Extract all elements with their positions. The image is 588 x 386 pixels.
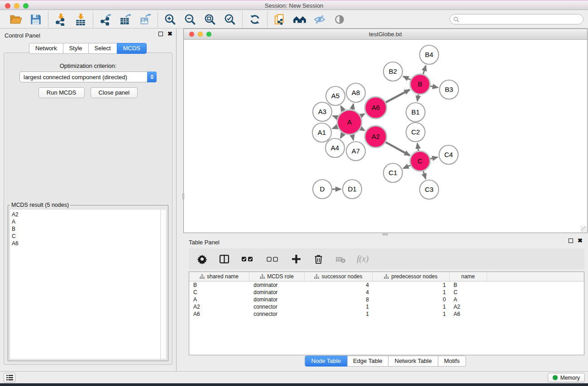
cell-name[interactable]: B (449, 281, 487, 289)
edge-A-A7[interactable] (352, 134, 354, 140)
edge-C-C1[interactable] (403, 165, 411, 168)
edge-A-A5[interactable] (341, 106, 344, 111)
network-canvas[interactable]: B4B2BB3A8A5A6A3B1AC2A1A2A4A7C4CC1DD1C3 (184, 40, 587, 233)
run-mcds-button[interactable]: Run MCDS (38, 87, 85, 98)
edge-B-B3[interactable] (430, 86, 438, 87)
zoom-fit-button[interactable] (203, 12, 217, 27)
close-panel-icon[interactable]: ✖ (167, 32, 172, 36)
cell-successor-nodes[interactable]: 4 (305, 289, 373, 296)
home-pages-button[interactable] (292, 12, 307, 27)
node-A8[interactable]: A8 (346, 83, 365, 102)
list-item[interactable]: A2 (12, 211, 166, 218)
node-C2[interactable]: C2 (406, 123, 425, 142)
hide-graphics-details-button[interactable] (312, 12, 327, 27)
deselect-all-button[interactable] (265, 253, 280, 265)
cell-shared-name[interactable]: A2 (189, 303, 249, 310)
column-settings-button[interactable] (196, 253, 208, 265)
cell-shared-name[interactable]: A (189, 296, 249, 303)
vertical-split-handle[interactable] (182, 194, 184, 199)
cell-name[interactable]: A (449, 296, 487, 303)
window-resize-grip[interactable] (581, 226, 587, 232)
cell-name[interactable]: A2 (449, 303, 487, 310)
column-header-name[interactable]: name (449, 272, 487, 281)
column-header-shared-name[interactable]: shared name (189, 272, 249, 281)
save-session-button[interactable] (29, 12, 43, 27)
export-network-button[interactable] (98, 12, 113, 27)
cell-shared-name[interactable]: C (189, 289, 249, 296)
table-row[interactable]: B dominator 4 1 B (189, 281, 584, 289)
cell-successor-nodes[interactable]: 4 (305, 281, 373, 289)
cell-successor-nodes[interactable]: 1 (305, 310, 373, 318)
cell-shared-name[interactable]: B (189, 281, 249, 289)
add-row-button[interactable] (290, 253, 302, 265)
column-header-predecessor-nodes[interactable]: predecessor nodes (373, 272, 449, 281)
node-A3[interactable]: A3 (313, 102, 332, 121)
float-panel-icon[interactable] (569, 238, 573, 243)
edge-A-A2[interactable] (361, 129, 365, 131)
zoom-in-button[interactable] (163, 12, 177, 27)
cell-predecessor-nodes[interactable]: 1 (373, 281, 449, 289)
clone-network-button[interactable] (272, 12, 287, 27)
edge-A-A4[interactable] (340, 133, 343, 138)
tab-mcds[interactable]: MCDS (117, 43, 147, 54)
cell-successor-nodes[interactable]: 8 (305, 296, 373, 303)
tab-node-table[interactable]: Node Table (305, 356, 347, 367)
node-A7[interactable]: A7 (346, 142, 365, 161)
edge-A-A6[interactable] (361, 114, 365, 116)
table-row[interactable]: C dominator 4 1 C (189, 289, 584, 296)
node-C1[interactable]: C1 (383, 163, 402, 182)
edge-A6-B[interactable] (386, 90, 410, 102)
node-A1[interactable]: A1 (312, 123, 331, 142)
node-A5[interactable]: A5 (326, 86, 345, 105)
close-panel-icon[interactable]: ✖ (578, 238, 583, 243)
node-A2[interactable]: A2 (365, 126, 387, 148)
edge-A-A8[interactable] (352, 104, 354, 110)
node-B1[interactable]: B1 (406, 103, 425, 122)
function-builder-button[interactable]: f(x) (357, 254, 368, 264)
list-item[interactable]: A6 (12, 240, 166, 247)
list-item[interactable]: C (12, 233, 166, 240)
node-C[interactable]: C (410, 151, 430, 171)
edge-C-C3[interactable] (423, 171, 425, 179)
table-row[interactable]: A2 connector 1 1 A2 (189, 303, 584, 310)
list-item[interactable]: A (12, 218, 166, 225)
cell-predecessor-nodes[interactable]: 1 (373, 289, 449, 296)
cell-mcds-role[interactable]: connector (249, 303, 305, 310)
split-column-button[interactable] (218, 253, 230, 265)
column-header-successor-nodes[interactable]: successor nodes (305, 272, 373, 281)
node-A4[interactable]: A4 (325, 138, 344, 157)
column-header-mcds-role[interactable]: MCDS role (249, 272, 305, 281)
edge-B-B1[interactable] (417, 95, 418, 101)
delete-table-button[interactable] (335, 253, 346, 265)
cell-predecessor-nodes[interactable]: 0 (373, 296, 449, 303)
cell-successor-nodes[interactable]: 1 (305, 303, 373, 310)
zoom-out-button[interactable] (183, 12, 197, 27)
node-D1[interactable]: D1 (343, 180, 362, 199)
tab-style[interactable]: Style (63, 43, 89, 54)
close-panel-button[interactable]: Close panel (91, 87, 138, 98)
node-D[interactable]: D (313, 180, 332, 199)
edge-A-A1[interactable] (332, 127, 337, 129)
cell-mcds-role[interactable]: dominator (249, 289, 305, 296)
float-panel-icon[interactable] (158, 32, 163, 36)
delete-row-button[interactable] (312, 253, 324, 265)
edge-C-C2[interactable] (417, 143, 419, 151)
search-input[interactable] (461, 15, 583, 24)
node-B4[interactable]: B4 (420, 45, 439, 64)
node-B[interactable]: B (410, 74, 430, 94)
edge-C-C4[interactable] (430, 157, 438, 159)
cell-name[interactable]: A6 (449, 310, 487, 318)
node-B2[interactable]: B2 (383, 62, 402, 81)
tab-motifs[interactable]: Motifs (438, 356, 466, 367)
export-table-button[interactable] (118, 12, 133, 27)
cell-predecessor-nodes[interactable]: 1 (373, 310, 449, 318)
tab-network[interactable]: Network (29, 43, 63, 54)
show-tasks-button[interactable] (4, 373, 15, 382)
cell-mcds-role[interactable]: dominator (249, 296, 305, 303)
cell-predecessor-nodes[interactable]: 1 (373, 303, 449, 310)
table-row[interactable]: A6 connector 1 1 A6 (189, 310, 584, 318)
criterion-select[interactable]: largest connected component (directed) (19, 71, 157, 82)
cell-name[interactable]: C (449, 289, 487, 296)
export-image-button[interactable] (138, 12, 153, 27)
list-item[interactable]: B (12, 225, 166, 233)
